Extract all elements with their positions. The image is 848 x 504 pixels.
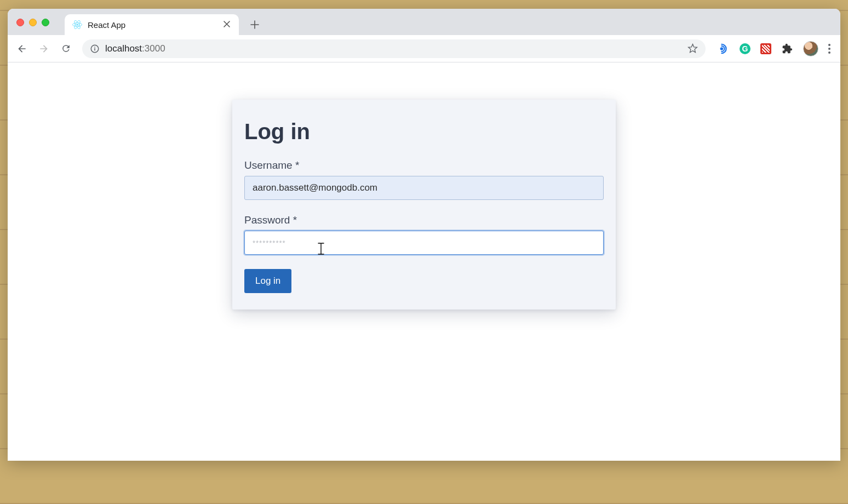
forward-button[interactable] — [35, 40, 53, 58]
window-controls — [16, 19, 49, 26]
browser-toolbar: localhost:3000 G — [8, 35, 840, 62]
react-favicon-icon — [72, 20, 82, 30]
browser-tab[interactable]: React App — [65, 14, 239, 35]
extension-icon[interactable] — [760, 43, 771, 54]
extensions-menu-icon[interactable] — [781, 43, 793, 55]
url-path: :3000 — [142, 43, 165, 54]
url-host: localhost — [105, 43, 142, 54]
address-bar[interactable]: localhost:3000 — [82, 39, 706, 58]
window-close-button[interactable] — [16, 19, 24, 26]
window-minimize-button[interactable] — [29, 19, 37, 26]
svg-rect-5 — [94, 48, 95, 50]
login-heading: Log in — [244, 119, 604, 144]
browser-window: React App localhost:3000 — [8, 9, 840, 461]
page-viewport: Log in Username * Password * Log in — [8, 62, 840, 461]
new-tab-button[interactable] — [247, 16, 263, 33]
reload-button[interactable] — [57, 40, 75, 58]
grammarly-extension-icon[interactable]: G — [740, 43, 750, 54]
username-group: Username * — [244, 159, 604, 200]
svg-rect-6 — [94, 47, 95, 48]
login-submit-button[interactable]: Log in — [244, 269, 291, 293]
tab-title: React App — [88, 20, 218, 30]
password-label: Password * — [244, 214, 604, 226]
site-info-icon[interactable] — [90, 44, 100, 54]
url-text: localhost:3000 — [105, 43, 682, 54]
password-input[interactable] — [244, 231, 604, 255]
username-label: Username * — [244, 159, 604, 171]
svg-point-7 — [720, 47, 724, 50]
bookmark-star-icon[interactable] — [687, 43, 698, 54]
browser-menu-button[interactable] — [828, 44, 830, 54]
extension-icons: G — [713, 41, 835, 56]
login-card: Log in Username * Password * Log in — [232, 100, 616, 310]
username-input[interactable] — [244, 176, 604, 200]
cast-icon[interactable] — [718, 43, 730, 55]
password-group: Password * — [244, 214, 604, 255]
close-tab-button[interactable] — [224, 21, 231, 28]
tab-strip: React App — [8, 9, 840, 35]
svg-point-0 — [76, 24, 78, 25]
back-button[interactable] — [13, 40, 31, 58]
window-fullscreen-button[interactable] — [42, 19, 49, 26]
profile-avatar[interactable] — [803, 41, 818, 56]
